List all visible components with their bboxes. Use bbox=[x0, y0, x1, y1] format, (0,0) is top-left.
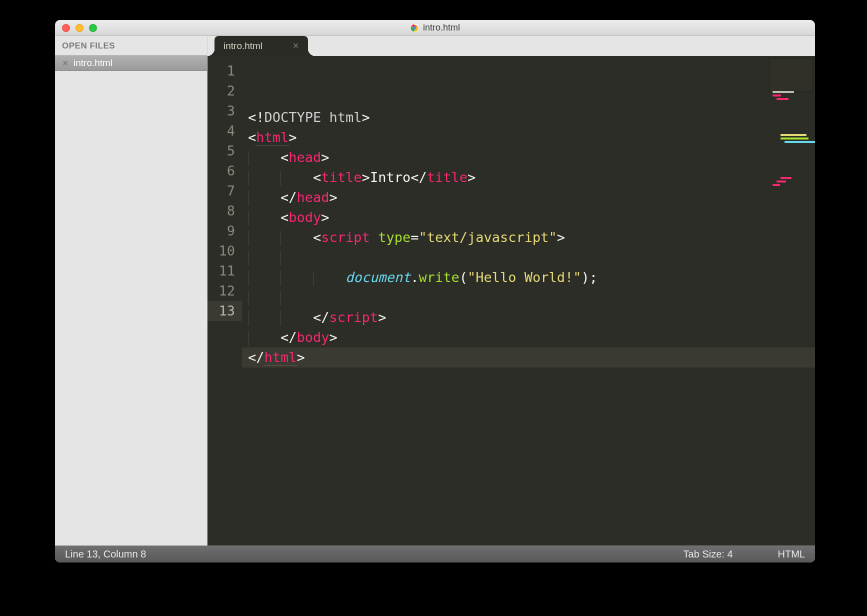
line-number: 2 bbox=[208, 81, 242, 101]
close-tab-icon[interactable]: ✕ bbox=[292, 42, 299, 50]
zoom-window-button[interactable] bbox=[89, 24, 97, 32]
tabbar: intro.html ✕ bbox=[208, 36, 815, 56]
window-title-text: intro.html bbox=[423, 22, 460, 33]
sidebar-header: OPEN FILES bbox=[55, 36, 207, 55]
close-file-icon[interactable]: ✕ bbox=[62, 58, 68, 68]
app-window: intro.html OPEN FILES ✕ intro.html intro… bbox=[55, 20, 815, 562]
code-line[interactable]: <script type="text/javascript"> bbox=[242, 228, 815, 248]
code-line[interactable]: <title>Intro</title> bbox=[242, 168, 815, 188]
code-line[interactable] bbox=[242, 248, 815, 268]
line-number-gutter: 12345678910111213 bbox=[208, 56, 242, 546]
editor-area: intro.html ✕ 12345678910111213 <!DOCTYPE… bbox=[208, 36, 815, 546]
close-window-button[interactable] bbox=[62, 24, 70, 32]
tab-intro-html[interactable]: intro.html ✕ bbox=[214, 36, 308, 56]
line-number: 8 bbox=[208, 201, 242, 221]
line-number: 5 bbox=[208, 141, 242, 161]
line-number: 1 bbox=[208, 61, 242, 81]
line-number: 3 bbox=[208, 101, 242, 121]
line-number: 7 bbox=[208, 181, 242, 201]
line-number: 12 bbox=[208, 281, 242, 301]
code-line[interactable]: document.write("Hello World!"); bbox=[242, 268, 815, 288]
line-number: 13 bbox=[208, 301, 242, 321]
titlebar[interactable]: intro.html bbox=[55, 20, 815, 36]
code-line[interactable]: <body> bbox=[242, 208, 815, 228]
code-line[interactable]: </script> bbox=[242, 308, 815, 328]
editor[interactable]: 12345678910111213 <!DOCTYPE html><html> … bbox=[208, 56, 815, 546]
code-line[interactable]: <!DOCTYPE html> bbox=[242, 108, 815, 128]
sidebar: OPEN FILES ✕ intro.html bbox=[55, 36, 208, 546]
chrome-icon bbox=[410, 24, 419, 32]
minimize-window-button[interactable] bbox=[76, 24, 84, 32]
line-number: 11 bbox=[208, 261, 242, 281]
svg-point-0 bbox=[410, 24, 419, 32]
status-syntax[interactable]: HTML bbox=[778, 548, 805, 560]
line-number: 6 bbox=[208, 161, 242, 181]
open-file-name: intro.html bbox=[74, 58, 112, 68]
code-line[interactable]: </body> bbox=[242, 328, 815, 348]
statusbar: Line 13, Column 8 Tab Size: 4 HTML bbox=[55, 546, 815, 562]
code-line[interactable]: <html> bbox=[242, 128, 815, 148]
code-line[interactable]: <head> bbox=[242, 148, 815, 168]
status-position[interactable]: Line 13, Column 8 bbox=[65, 548, 146, 560]
code-area[interactable]: <!DOCTYPE html><html> <head> <title>Intr… bbox=[242, 56, 815, 546]
svg-point-1 bbox=[413, 26, 416, 30]
line-number: 10 bbox=[208, 241, 242, 261]
code-line[interactable] bbox=[242, 288, 815, 308]
status-tabsize[interactable]: Tab Size: 4 bbox=[684, 548, 733, 560]
code-line[interactable]: </html> bbox=[242, 348, 815, 368]
code-line[interactable]: </head> bbox=[242, 188, 815, 208]
line-number: 4 bbox=[208, 121, 242, 141]
tab-label: intro.html bbox=[224, 40, 262, 52]
traffic-lights bbox=[55, 24, 97, 32]
window-title: intro.html bbox=[55, 22, 815, 33]
line-number: 9 bbox=[208, 221, 242, 241]
open-file-item[interactable]: ✕ intro.html bbox=[55, 55, 207, 71]
minimap[interactable] bbox=[769, 58, 813, 92]
